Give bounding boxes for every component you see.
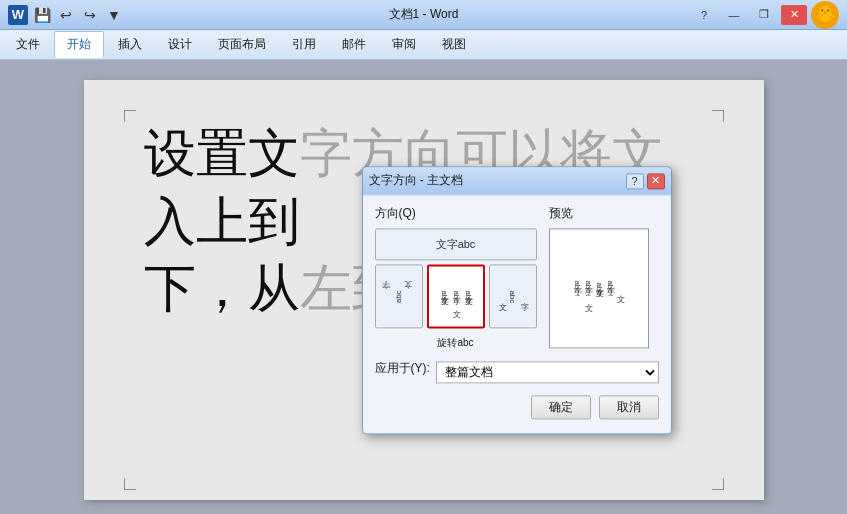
direction-section: 方向(Q) 文字abc 字 abc [375,205,537,350]
dir-btn-vert-right[interactable]: 文 abc 字 [489,264,537,328]
text-direction-dialog: 文字方向 - 主文档 ? ✕ 方向(Q) 文字abc [362,166,672,434]
top-right-area: ? — ❐ ✕ 🐥 [691,1,839,29]
tab-reference[interactable]: 引用 [280,32,328,57]
dialog-footer: 确定 取消 [375,395,659,419]
tab-insert[interactable]: 插入 [106,32,154,57]
dir-btn-horizontal[interactable]: 文字abc [375,228,537,260]
customize-button[interactable]: ▼ [104,5,124,25]
avatar: 🐥 [811,1,839,29]
preview-section: 预览 字abc↑ 字abc↓文 文字abc 字abc↑ 文 [549,205,659,350]
apply-select[interactable]: 整篇文档 [436,361,659,383]
document-area: 设置文字方向可以将文入上到 下，从左到右输入。 文字方向 - 主文档 ? ✕ 方… [0,60,847,514]
dialog-section: 方向(Q) 文字abc 字 abc [375,205,659,350]
title-bar-left: W 💾 ↩ ↪ ▼ [8,5,124,25]
title-bar: W 💾 ↩ ↪ ▼ 文档1 - Word ? — ❐ ✕ 🐥 [0,0,847,30]
close-button[interactable]: ✕ [781,5,807,25]
word-logo: W [8,5,28,25]
save-button[interactable]: 💾 [32,5,52,25]
apply-label: 应用于(Y): [375,360,430,377]
dialog-title: 文字方向 - 主文档 [369,172,464,189]
cancel-button[interactable]: 取消 [599,395,659,419]
dialog-title-buttons: ? ✕ [626,173,665,189]
preview-label: 预览 [549,205,659,222]
tab-review[interactable]: 审阅 [380,32,428,57]
apply-row: 应用于(Y): 整篇文档 [375,360,659,383]
minimize-button[interactable]: — [721,5,747,25]
dialog-help-button[interactable]: ? [626,173,644,189]
horizontal-text: 文字abc [436,237,476,252]
help-button[interactable]: ? [691,5,717,25]
dir-btn-vert-left[interactable]: 字 abc 文 [375,264,423,328]
window-title: 文档1 - Word [389,6,459,23]
ribbon: 文件 开始 插入 设计 页面布局 引用 邮件 审阅 视图 [0,30,847,60]
dialog-close-button[interactable]: ✕ [647,173,665,189]
undo-button[interactable]: ↩ [56,5,76,25]
dir-btn-vert-selected[interactable]: 文字abc 字abc文 文字abc [427,264,485,328]
redo-button[interactable]: ↪ [80,5,100,25]
confirm-button[interactable]: 确定 [531,395,591,419]
tab-design[interactable]: 设计 [156,32,204,57]
tab-start[interactable]: 开始 [54,31,104,58]
tab-file[interactable]: 文件 [4,32,52,57]
tab-view[interactable]: 视图 [430,32,478,57]
dialog-body: 方向(Q) 文字abc 字 abc [363,195,671,433]
selected-dir-label: 旋转abc [427,336,485,350]
preview-box: 字abc↑ 字abc↓文 文字abc 字abc↑ 文 [549,228,649,348]
restore-button[interactable]: ❐ [751,5,777,25]
tab-mail[interactable]: 邮件 [330,32,378,57]
tab-layout[interactable]: 页面布局 [206,32,278,57]
direction-label: 方向(Q) [375,205,537,222]
dialog-title-bar: 文字方向 - 主文档 ? ✕ [363,167,671,195]
